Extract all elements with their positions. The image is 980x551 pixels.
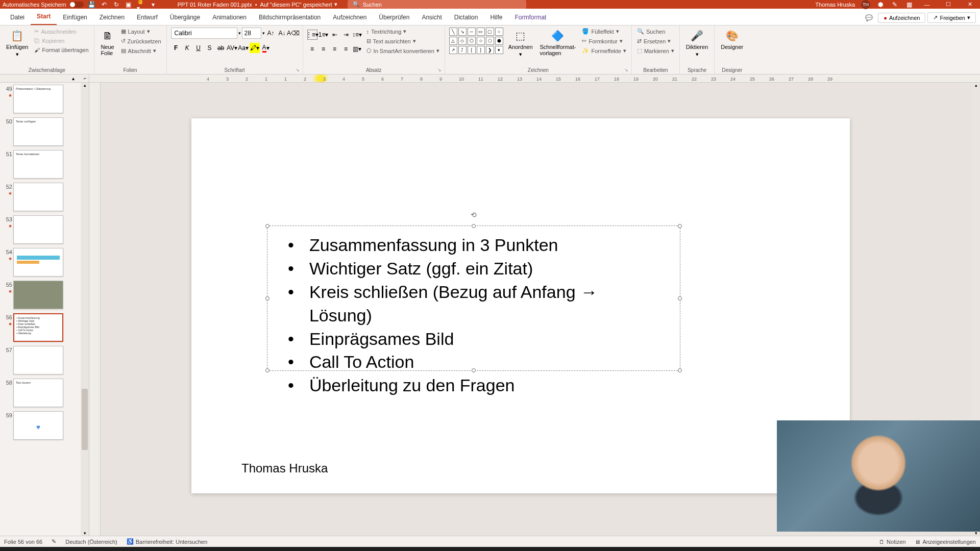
redo-icon[interactable]: ↻ xyxy=(112,1,120,9)
share-button[interactable]: ↗Freigeben▾ xyxy=(927,12,976,23)
paste-button[interactable]: 📋 Einfügen ▾ xyxy=(4,28,30,59)
slide-thumb[interactable]: 49★Präsentation / Gliederung xyxy=(0,83,89,115)
tab-selector-icon[interactable]: ⌐ xyxy=(84,76,87,81)
shape-effects-button[interactable]: ✨ Formeffekte ▾ xyxy=(581,47,627,55)
slide-thumb[interactable]: 54★ xyxy=(0,246,89,279)
slide-thumb[interactable]: 52★ xyxy=(0,181,89,213)
layout-button[interactable]: ▦ Layout ▾ xyxy=(120,28,162,35)
text-direction-button[interactable]: ↕ Textrichtung ▾ xyxy=(365,28,440,35)
align-left-button[interactable]: ≡ xyxy=(307,44,317,54)
new-slide-button[interactable]: 🗎 Neue Folie xyxy=(99,28,117,57)
save-icon[interactable]: 💾 xyxy=(88,1,96,9)
line-spacing-button[interactable]: ↕≡▾ xyxy=(352,30,362,40)
bold-button[interactable]: F xyxy=(171,43,181,53)
font-size-input[interactable]: 28 xyxy=(242,28,261,39)
format-painter-button[interactable]: 🖌 Format übertragen xyxy=(33,46,89,54)
resize-handle[interactable] xyxy=(265,224,270,228)
onenote-icon[interactable]: N xyxy=(248,548,271,551)
drawing-launcher-icon[interactable]: ↘ xyxy=(624,67,628,72)
indent-decrease-button[interactable]: ⇤ xyxy=(330,30,340,40)
quick-styles-button[interactable]: 🔷Schnellformat- vorlagen xyxy=(538,28,578,57)
resize-handle[interactable] xyxy=(678,368,682,372)
designer-button[interactable]: 🎨Designer xyxy=(719,28,745,51)
bullet-item[interactable]: Zusammenfassung in 3 Punkten xyxy=(288,234,659,257)
resize-handle[interactable] xyxy=(265,296,270,300)
tab-help[interactable]: Hilfe xyxy=(484,10,508,25)
comments-icon[interactable]: 💬 xyxy=(862,13,876,23)
slide-thumb[interactable]: 53★ xyxy=(0,213,89,246)
indent-increase-button[interactable]: ⇥ xyxy=(341,30,351,40)
language-selector[interactable]: Deutsch (Österreich) xyxy=(65,539,117,545)
outlook-icon[interactable]: 📧 xyxy=(101,548,124,551)
chrome-icon[interactable]: 🌐 xyxy=(77,548,99,551)
grow-font-icon[interactable]: A↑ xyxy=(266,28,276,38)
tab-shape-format[interactable]: Formformat xyxy=(508,10,552,25)
justify-button[interactable]: ≡ xyxy=(341,44,351,54)
tab-file[interactable]: Datei xyxy=(4,10,31,25)
dictate-button[interactable]: 🎤Diktieren▾ xyxy=(684,28,710,59)
minimize-button[interactable]: — xyxy=(919,0,935,9)
qat-more-icon[interactable]: ▾ xyxy=(149,1,157,9)
tab-draw[interactable]: Zeichnen xyxy=(93,10,131,25)
slide-thumb[interactable]: 58Text boxen xyxy=(0,377,89,409)
resize-handle[interactable] xyxy=(472,224,476,228)
obs-icon[interactable]: ⭕ xyxy=(346,548,369,551)
slide-thumb[interactable]: 57 xyxy=(0,344,89,377)
numbering-button[interactable]: 1≡▾ xyxy=(318,30,329,40)
undo-icon[interactable]: ↶ xyxy=(100,1,108,9)
section-button[interactable]: ▤ Abschnitt ▾ xyxy=(120,47,162,55)
tab-review[interactable]: Überprüfen xyxy=(373,10,415,25)
resize-handle[interactable] xyxy=(678,224,682,228)
coming-soon-icon[interactable]: ⬢ xyxy=(876,1,885,9)
bullet-item[interactable]: Wichtiger Satz (ggf. ein Zitat) xyxy=(288,257,659,281)
app-icon[interactable]: 📷 xyxy=(199,548,222,551)
resize-handle[interactable] xyxy=(678,296,682,300)
font-color-button[interactable]: A▾ xyxy=(261,43,271,53)
tab-view[interactable]: Ansicht xyxy=(415,10,448,25)
tab-insert[interactable]: Einfügen xyxy=(57,10,93,25)
notes-button[interactable]: 🗒 Notizen xyxy=(879,539,905,545)
display-settings-button[interactable]: 🖥 Anzeigeeinstellungen xyxy=(915,539,976,545)
shapes-gallery[interactable]: ╲↘─▭▢○ △◇⬠☆⬡⬢ ↗⤴{}❯▾ xyxy=(449,28,503,54)
align-right-button[interactable]: ≡ xyxy=(330,44,340,54)
vlc-icon[interactable]: ▲ xyxy=(175,548,197,551)
italic-button[interactable]: K xyxy=(182,43,192,53)
app-icon[interactable]: 🔴 xyxy=(224,548,246,551)
content-textbox[interactable]: ⟲ Zusammenfassung in 3 PunktenWichtiger … xyxy=(267,226,680,371)
rotate-handle-icon[interactable]: ⟲ xyxy=(471,211,477,219)
tab-slideshow[interactable]: Bildschirmpräsentation xyxy=(253,10,327,25)
slideshow-icon[interactable]: ▣ xyxy=(125,1,133,9)
thumbs-scrollbar[interactable]: ▴ ▾ xyxy=(81,83,89,536)
ruler-horizontal[interactable]: ▴ ⌐ ↖ 4321123456789101112131415161718192… xyxy=(0,74,980,83)
explorer-icon[interactable]: 📁 xyxy=(28,548,50,551)
spellcheck-icon[interactable]: ✎ xyxy=(52,538,56,545)
bullets-button[interactable]: ⋮≡▾ xyxy=(307,30,317,40)
word-icon[interactable]: W xyxy=(444,548,467,551)
underline-button[interactable]: U xyxy=(193,43,204,53)
reset-button[interactable]: ↺ Zurücksetzen xyxy=(120,37,162,45)
highlight-button[interactable]: 🖍▾ xyxy=(250,43,260,53)
align-text-button[interactable]: ⊟ Text ausrichten ▾ xyxy=(365,37,440,45)
clear-format-icon[interactable]: A⌫ xyxy=(288,28,299,38)
user-avatar[interactable]: TH xyxy=(861,0,870,9)
slide-counter[interactable]: Folie 56 von 66 xyxy=(4,539,42,545)
slide-thumb[interactable]: 51Texte formatieren xyxy=(0,148,89,181)
find-button[interactable]: 🔍 Suchen xyxy=(636,28,675,35)
font-launcher-icon[interactable]: ↘ xyxy=(296,67,300,72)
ruler-toggle-icon[interactable]: ▴ xyxy=(72,76,75,81)
slide-canvas[interactable]: ⟲ Zusammenfassung in 3 PunktenWichtiger … xyxy=(191,118,850,493)
slide-thumb[interactable]: 50Texte vorfügen xyxy=(0,115,89,148)
slide-thumb[interactable]: 56★• Zusammenfassung• Wichtiger Satz• Kr… xyxy=(0,311,89,344)
powerpoint-icon[interactable]: P xyxy=(126,548,148,551)
tab-record[interactable]: Aufzeichnen xyxy=(327,10,373,25)
maximize-button[interactable]: ☐ xyxy=(941,0,956,9)
slide-thumb[interactable]: 59♥ xyxy=(0,409,89,442)
bullet-item[interactable]: Einprägsames Bild xyxy=(288,328,659,351)
shape-outline-button[interactable]: ✏ Formkontur ▾ xyxy=(581,37,627,45)
shape-fill-button[interactable]: 🪣 Fülleffekt ▾ xyxy=(581,28,627,35)
tab-animations[interactable]: Animationen xyxy=(206,10,253,25)
ruler-vertical[interactable] xyxy=(89,83,101,536)
record-button[interactable]: ●Aufzeichnen xyxy=(878,13,925,23)
visio-icon[interactable]: V xyxy=(273,548,295,551)
shadow-button[interactable]: S xyxy=(205,43,215,53)
